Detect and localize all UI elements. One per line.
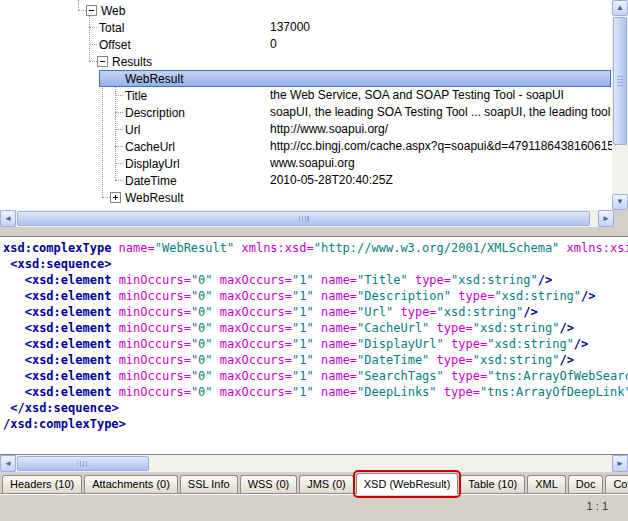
tree-connector-icon [89,44,97,45]
tab-label: WSS (0) [248,478,290,490]
tab-label: SSL Info [188,478,230,490]
code-hscroll-track[interactable] [16,455,612,472]
tree-row[interactable]: WebResult [0,189,612,206]
code-line: </xsd:sequence> [3,400,628,416]
tab-ssl-info[interactable]: SSL Info [180,475,238,493]
tree-node-label: Offset [97,38,134,52]
code-horizontal-scrollbar[interactable]: ◄ ► [0,455,628,472]
tab-label: Table (10) [468,478,517,490]
xsd-source-view[interactable]: xsd:complexType name="WebResult" xmlns:x… [0,236,628,455]
code-line: /xsd:complexType> [3,416,628,432]
scrollbar-corner [614,210,628,227]
scroll-down-button[interactable]: ▼ [612,194,628,210]
tree-node-value: 137000 [270,19,612,36]
thumb-grip-icon [78,461,89,467]
tree-row[interactable]: WebResult [0,70,612,87]
tree-row[interactable]: DisplayUrlwww.soapui.org [0,155,612,172]
tree-row[interactable]: Web [0,2,612,19]
tree-row[interactable]: CacheUrlhttp://cc.bingj.com/cache.aspx?q… [0,138,612,155]
tree-node-label: CacheUrl [123,140,178,154]
tab-wss-0[interactable]: WSS (0) [240,475,298,493]
tree-hscroll-thumb[interactable] [17,211,590,226]
tree-node-value: www.soapui.org [270,155,612,172]
scroll-left-button[interactable]: ◄ [0,210,16,227]
code-line: <xsd:element minOccurs="0" maxOccurs="1"… [3,304,628,320]
tab-table-10[interactable]: Table (10) [460,475,525,493]
tree-row[interactable]: Titlethe Web Service, SOA and SOAP Testi… [0,87,612,104]
caret-position: 1 : 1 [587,500,608,512]
left-arrow-icon: ◄ [4,215,12,223]
code-line: <xsd:element minOccurs="0" maxOccurs="1"… [3,288,628,304]
tree-node-value: http://www.soapui.org/ [270,121,612,138]
panel-splitter[interactable] [0,227,628,236]
scroll-up-button[interactable]: ▲ [612,0,628,16]
tab-label: JMS (0) [307,478,346,490]
tab-label: Doc [576,478,596,490]
tree-node-label: Results [110,55,155,69]
down-arrow-icon: ▼ [616,198,624,206]
tree-vscroll-track[interactable] [612,16,628,194]
scroll-right-button[interactable]: ► [612,455,628,472]
response-tree-panel: WebTotal137000Offset0ResultsWebResultTit… [0,0,628,210]
tree-node-value: soapUI, the leading SOA Testing Tool ...… [270,104,612,121]
code-line: <xsd:element minOccurs="0" maxOccurs="1"… [3,368,628,384]
tab-coverage[interactable]: Coverage [605,475,628,493]
tree-row[interactable]: Total137000 [0,19,612,36]
tree-node-label: Description [123,106,188,120]
tree-row[interactable]: Offset0 [0,36,612,53]
tree-connector-icon [89,27,97,28]
scroll-left-button[interactable]: ◄ [0,455,16,472]
tree-connector-icon [78,10,86,11]
tree-connector-icon [115,180,123,181]
tab-doc[interactable]: Doc [568,475,604,493]
thumb-grip-icon [298,216,309,222]
collapse-node-icon[interactable] [86,5,97,16]
up-arrow-icon: ▲ [616,4,624,12]
tree-row[interactable]: DescriptionsoapUI, the leading SOA Testi… [0,104,612,121]
tree-node-label: Url [123,123,143,137]
tab-xsd-webresult[interactable]: XSD (WebResult) [356,473,459,494]
code-line: <xsd:element minOccurs="0" maxOccurs="1"… [3,336,628,352]
tree-row[interactable]: Urlhttp://www.soapui.org/ [0,121,612,138]
soapui-response-panel: WebTotal137000Offset0ResultsWebResultTit… [0,0,628,521]
tree-node-value: 2010-05-28T20:40:25Z [270,172,612,189]
tree-row[interactable]: DateTime2010-05-28T20:40:25Z [0,172,612,189]
tree-connector-icon [89,61,97,62]
tab-bar: Headers (10)Attachments (0)SSL InfoWSS (… [0,472,628,494]
code-line: <xsd:sequence> [3,256,628,272]
code-lines: xsd:complexType name="WebResult" xmlns:x… [3,240,628,432]
tree-rows: WebTotal137000Offset0ResultsWebResultTit… [0,2,612,206]
expand-node-icon[interactable] [110,192,121,203]
tab-label: Headers (10) [10,478,74,490]
tree-node-label: DisplayUrl [123,157,183,171]
code-line: <xsd:element minOccurs="0" maxOccurs="1"… [3,384,628,400]
tree-node-value: 0 [270,36,612,53]
tab-jms-0[interactable]: JMS (0) [299,475,354,493]
tree-vscroll-thumb[interactable] [613,17,627,145]
scroll-right-button[interactable]: ► [598,210,614,227]
tree-node-label: Title [123,89,150,103]
tree-connector-icon [102,197,110,198]
tab-attachments-0[interactable]: Attachments (0) [84,475,178,493]
tab-headers-10[interactable]: Headers (10) [2,475,82,493]
tree-node-label: Total [97,21,127,35]
tab-label: Coverage [613,478,628,490]
code-hscroll-thumb[interactable] [17,456,149,471]
tab-label: XML [535,478,558,490]
tree-connector-icon [115,146,123,147]
code-line: xsd:complexType name="WebResult" xmlns:x… [3,240,628,256]
tree-connector-icon [115,112,123,113]
collapse-node-icon[interactable] [97,56,108,67]
tree-node-value: http://cc.bingj.com/cache.aspx?q=soapui&… [270,138,612,155]
tree-horizontal-scrollbar[interactable]: ◄ ► [0,210,628,227]
tree-row[interactable]: Results [0,53,612,70]
tab-xml[interactable]: XML [527,475,566,493]
right-arrow-icon: ► [616,460,624,468]
status-bar: 1 : 1 [0,494,628,521]
tab-label: XSD (WebResult) [364,478,451,490]
code-line: <xsd:element minOccurs="0" maxOccurs="1"… [3,352,628,368]
tree-node-value: the Web Service, SOA and SOAP Testing To… [270,87,612,104]
thumb-grip-icon [617,76,623,87]
tree-vertical-scrollbar[interactable]: ▲ ▼ [612,0,628,210]
tree-hscroll-track[interactable] [16,210,598,227]
